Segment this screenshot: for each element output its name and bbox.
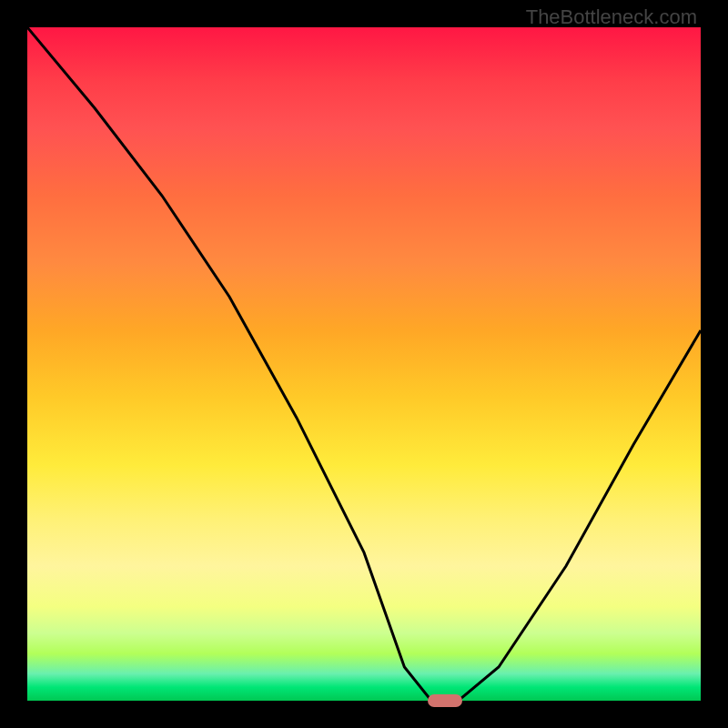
optimal-marker	[428, 694, 462, 707]
watermark-text: TheBottleneck.com	[526, 5, 697, 29]
chart-area	[27, 27, 701, 701]
bottleneck-curve	[27, 27, 701, 701]
